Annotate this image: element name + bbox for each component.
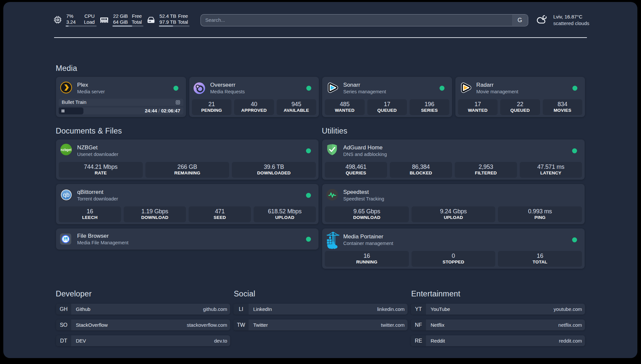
svg-text:qb: qb: [63, 192, 69, 198]
svg-text:nzbget: nzbget: [61, 148, 72, 152]
